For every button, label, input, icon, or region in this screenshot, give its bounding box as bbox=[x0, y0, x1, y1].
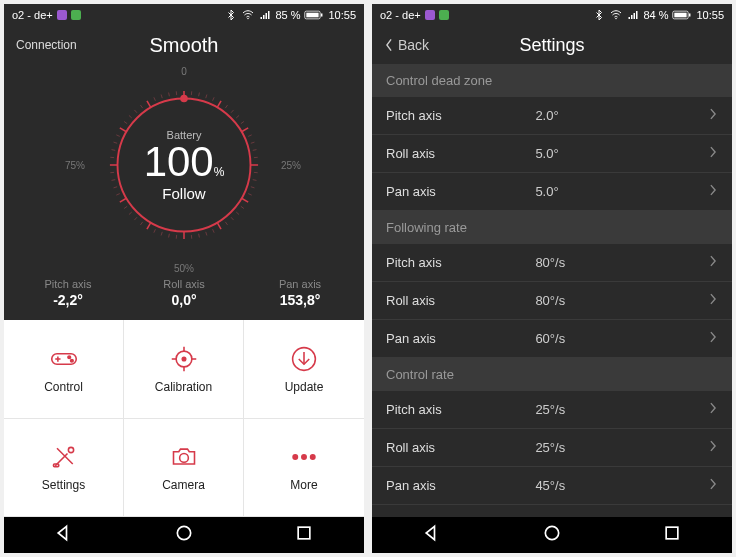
settings-button[interactable]: Settings bbox=[4, 419, 124, 518]
svg-point-69 bbox=[67, 356, 70, 359]
setting-value: 45°/s bbox=[535, 478, 708, 493]
svg-line-29 bbox=[217, 223, 221, 230]
setting-row[interactable]: Pan axis45°/s bbox=[372, 467, 732, 505]
svg-line-42 bbox=[129, 212, 132, 215]
setting-row[interactable]: Pan axis60°/s bbox=[372, 320, 732, 358]
section-header: Following rate bbox=[372, 211, 732, 244]
android-navbar bbox=[372, 517, 732, 553]
svg-line-26 bbox=[236, 212, 239, 215]
pan-axis-value: 153,8° bbox=[242, 292, 358, 308]
roll-axis-value: 0,0° bbox=[126, 292, 242, 308]
back-nav-icon[interactable] bbox=[422, 523, 442, 547]
camera-button[interactable]: Camera bbox=[124, 419, 244, 518]
setting-row[interactable]: Roll axis80°/s bbox=[372, 282, 732, 320]
svg-rect-92 bbox=[666, 527, 678, 539]
svg-point-72 bbox=[182, 357, 186, 361]
bluetooth-icon bbox=[225, 9, 237, 21]
back-nav-icon[interactable] bbox=[54, 523, 74, 547]
svg-point-65 bbox=[180, 95, 188, 103]
setting-label: Roll axis bbox=[386, 146, 535, 161]
action-label: Update bbox=[285, 380, 324, 394]
battery-percent: 84 % bbox=[643, 9, 668, 21]
svg-line-37 bbox=[161, 232, 162, 236]
controller-icon bbox=[49, 344, 79, 374]
svg-line-27 bbox=[231, 217, 234, 220]
gauge-tick-25: 25% bbox=[281, 160, 301, 171]
pitch-axis-value: -2,2° bbox=[10, 292, 126, 308]
signal-icon bbox=[259, 9, 271, 21]
svg-line-45 bbox=[116, 194, 119, 196]
setting-value: 5.0° bbox=[535, 146, 708, 161]
svg-point-83 bbox=[302, 455, 306, 459]
status-bar: o2 - de+ 85 % 10:55 bbox=[4, 4, 364, 26]
app-badge-icon bbox=[57, 10, 67, 20]
battery-icon bbox=[672, 9, 692, 21]
svg-line-6 bbox=[199, 93, 200, 97]
setting-row[interactable]: Pitch axis25°/s bbox=[372, 391, 732, 429]
setting-label: Pan axis bbox=[386, 478, 535, 493]
svg-point-70 bbox=[70, 359, 73, 362]
phone-left: o2 - de+ 85 % 10:55 Connection Smooth bbox=[4, 4, 364, 553]
action-label: More bbox=[290, 478, 317, 492]
calibration-button[interactable]: Calibration bbox=[124, 320, 244, 419]
section-header: Control rate bbox=[372, 358, 732, 391]
home-nav-icon[interactable] bbox=[174, 523, 194, 547]
svg-line-31 bbox=[206, 232, 207, 236]
setting-row[interactable]: Roll axis25°/s bbox=[372, 429, 732, 467]
axes-readout: Pitch axis -2,2° Roll axis 0,0° Pan axis… bbox=[4, 270, 364, 320]
svg-line-16 bbox=[251, 142, 255, 143]
header: Back Settings bbox=[372, 26, 732, 64]
page-title: Smooth bbox=[150, 34, 219, 57]
setting-value: 2.0° bbox=[535, 108, 708, 123]
svg-line-11 bbox=[231, 110, 234, 113]
svg-line-24 bbox=[242, 198, 249, 202]
setting-row[interactable]: Pan axis5.0° bbox=[372, 173, 732, 211]
connection-button[interactable]: Connection bbox=[16, 38, 77, 52]
pan-axis-readout: Pan axis 153,8° bbox=[242, 278, 358, 308]
svg-rect-86 bbox=[298, 527, 310, 539]
chevron-right-icon bbox=[708, 477, 718, 494]
svg-line-10 bbox=[225, 105, 227, 108]
setting-row[interactable]: Roll axis5.0° bbox=[372, 135, 732, 173]
gauge-tick-0: 0 bbox=[181, 66, 187, 77]
clock: 10:55 bbox=[696, 9, 724, 21]
setting-row[interactable]: Pitch axis80°/s bbox=[372, 244, 732, 282]
svg-rect-89 bbox=[689, 13, 691, 16]
play-store-icon bbox=[71, 10, 81, 20]
svg-line-58 bbox=[140, 105, 142, 108]
battery-value: 100 bbox=[144, 138, 214, 185]
svg-point-87 bbox=[616, 18, 618, 20]
more-button[interactable]: More bbox=[244, 419, 364, 518]
update-button[interactable]: Update bbox=[244, 320, 364, 419]
setting-label: Pitch axis bbox=[386, 108, 535, 123]
svg-line-47 bbox=[112, 180, 116, 181]
chevron-right-icon bbox=[708, 401, 718, 418]
gauge-tick-75: 75% bbox=[65, 160, 85, 171]
svg-line-21 bbox=[253, 180, 257, 181]
control-button[interactable]: Control bbox=[4, 320, 124, 419]
svg-line-53 bbox=[116, 135, 119, 137]
mode-label: Follow bbox=[144, 185, 225, 202]
svg-point-82 bbox=[293, 455, 297, 459]
setting-label: Roll axis bbox=[386, 440, 535, 455]
svg-line-7 bbox=[206, 95, 207, 99]
percent-symbol: % bbox=[214, 165, 225, 179]
gauge-area: Battery 100% Follow 0 25% 50% 75% bbox=[4, 64, 364, 270]
chevron-right-icon bbox=[708, 330, 718, 347]
svg-line-57 bbox=[134, 110, 137, 113]
svg-line-22 bbox=[251, 187, 255, 188]
carrier-label: o2 - de+ bbox=[380, 9, 421, 21]
setting-row[interactable]: Pitch axis2.0° bbox=[372, 97, 732, 135]
home-nav-icon[interactable] bbox=[542, 523, 562, 547]
svg-line-61 bbox=[161, 95, 162, 99]
play-store-icon bbox=[439, 10, 449, 20]
back-label: Back bbox=[398, 37, 429, 53]
back-button[interactable]: Back bbox=[384, 37, 429, 53]
recent-nav-icon[interactable] bbox=[294, 523, 314, 547]
svg-line-23 bbox=[248, 194, 251, 196]
roll-axis-readout: Roll axis 0,0° bbox=[126, 278, 242, 308]
tools-icon bbox=[49, 442, 79, 472]
recent-nav-icon[interactable] bbox=[662, 523, 682, 547]
chevron-right-icon bbox=[708, 145, 718, 162]
setting-label: Roll axis bbox=[386, 293, 535, 308]
